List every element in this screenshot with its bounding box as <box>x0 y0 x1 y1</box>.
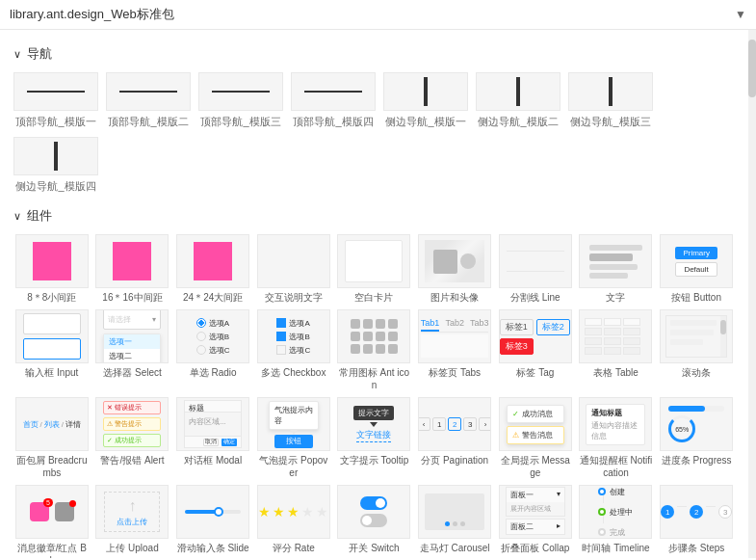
comp-label-notification: 通知提醒框 Notification <box>579 454 652 479</box>
alert-success-icon: ✓成功提示 <box>103 434 161 447</box>
nav-section-header[interactable]: ∨ 导航 <box>13 45 735 63</box>
pop-box-icon: 气泡提示内容 <box>269 401 319 430</box>
comp-pagination[interactable]: ‹ 1 2 3 › 分页 Pagination <box>416 397 493 479</box>
comp-spacing-24[interactable]: 24＊24大间距 <box>174 234 251 304</box>
text-desc-icon <box>290 247 298 277</box>
nav-item-2[interactable]: 顶部导航_模版二 <box>106 72 191 129</box>
collapse-icon: 面板一▾ 展开内容区域 面板二▸ <box>506 487 565 537</box>
comp-tooltip[interactable]: 提示文字 文字链接 文字提示 Tooltip <box>336 397 413 479</box>
table-header-cell-1 <box>585 318 602 326</box>
comp-table[interactable]: 表格 Table <box>578 309 655 391</box>
chk-row-1: 选项A <box>276 318 310 329</box>
comp-divider[interactable]: 分割线 Line <box>497 234 574 304</box>
pink-square-icon <box>113 242 151 280</box>
comp-spacing-16[interactable]: 16＊16中间距 <box>94 234 171 304</box>
comp-rate[interactable]: ★ ★ ★ ★ ★ 评分 Rate <box>255 485 332 558</box>
nav-label-8: 侧边导航_模版四 <box>15 179 95 194</box>
nav-label-4: 顶部导航_模版四 <box>293 115 373 129</box>
icon-dot-7 <box>376 332 385 341</box>
comp-label-badge: 消息徽章/红点 Badge <box>15 542 89 558</box>
comp-text[interactable]: 文字 <box>578 234 655 304</box>
comp-preview-table <box>579 309 652 363</box>
pag-1-icon: 1 <box>432 417 446 431</box>
chk-row-2: 选项B <box>276 332 310 342</box>
comp-timeline[interactable]: 创建 处理中 完成 <box>578 485 655 558</box>
car-dot-1-icon <box>445 521 450 526</box>
icon-dot-2 <box>363 319 373 329</box>
comp-spacing-8[interactable]: 8＊8小间距 <box>13 234 91 304</box>
scrollbar-thumb[interactable] <box>748 40 756 97</box>
nav-item-4[interactable]: 顶部导航_模版四 <box>291 72 376 129</box>
comp-label-select: 选择器 Select <box>95 366 169 379</box>
comp-label-breadcrumb: 面包屑 Breadcrumbs <box>15 454 89 479</box>
icon-dot-9 <box>351 344 360 354</box>
comp-card-blank[interactable]: 空白卡片 <box>336 234 413 304</box>
tag-3-icon: 标签3 <box>500 338 534 355</box>
comp-label-scrollbar: 滚动条 <box>660 366 733 379</box>
comp-modal[interactable]: 标题 内容区域... 取消 确定 对话框 Modal <box>174 397 251 479</box>
table-data-row-2 <box>585 337 646 345</box>
tag-2-icon: 标签2 <box>536 319 570 335</box>
btn-primary-icon: Primary <box>675 247 717 259</box>
scroll-bar-icon <box>720 316 726 357</box>
comp-label-carousel: 走马灯 Carousel <box>418 542 491 554</box>
comp-tag[interactable]: 标签1 标签2 标签3 标签 Tag <box>497 309 574 391</box>
msg-success-icon: ✓成功消息 <box>507 405 564 423</box>
comp-scrollbar[interactable]: 滚动条 <box>658 309 735 391</box>
comp-steps[interactable]: 1 2 3 步骤条 Steps <box>658 485 735 558</box>
table-icon <box>585 318 646 355</box>
nav-item-5[interactable]: 侧边导航_模版一 <box>383 72 468 129</box>
coll-item-2: 面板二▸ <box>506 519 565 535</box>
pop-arrow-icon <box>290 430 298 435</box>
step-1-item: 1 <box>661 505 674 519</box>
comp-carousel[interactable]: 走马灯 Carousel <box>416 485 493 558</box>
nav-label-5: 侧边导航_模版一 <box>385 115 465 129</box>
right-scrollbar[interactable] <box>748 30 756 558</box>
comp-tabs[interactable]: Tab1 Tab2 Tab3 标签页 Tabs <box>416 309 493 391</box>
comp-badge[interactable]: 5 消息徽章/红点 Badge <box>13 485 91 558</box>
upload-icon: ↑ 点击上传 <box>104 492 160 532</box>
dropdown-arrow[interactable]: ▼ <box>735 8 746 21</box>
components-section-header[interactable]: ∨ 组件 <box>13 207 735 225</box>
comp-label-pagination: 分页 Pagination <box>418 454 491 467</box>
car-dot-3-icon <box>460 521 465 526</box>
comp-upload[interactable]: ↑ 点击上传 上传 Upload <box>94 485 171 558</box>
nav-item-3[interactable]: 顶部导航_模版三 <box>198 72 283 129</box>
badge-dot-container <box>55 502 74 521</box>
comp-input[interactable]: 输入框 Input <box>13 309 91 391</box>
comp-icon[interactable]: 常用图标 Ant icon <box>336 309 413 391</box>
comp-message[interactable]: ✓成功消息 ⚠警告消息 全局提示 Message <box>497 397 574 479</box>
comp-label-checkbox: 多选 Checkbox <box>257 366 330 379</box>
comp-preview-spacing-8 <box>15 234 89 288</box>
comp-label-progress: 进度条 Progress <box>660 454 733 467</box>
nav-item-7[interactable]: 侧边导航_模版三 <box>568 72 653 129</box>
comp-preview-spacing-24 <box>176 234 249 288</box>
comp-radio[interactable]: 选项A 选项B 选项C 单选 Radio <box>174 309 251 391</box>
comp-notification[interactable]: 通知标题 通知内容描述信息 通知提醒框 Notification <box>578 397 655 479</box>
comp-popover[interactable]: 气泡提示内容 按钮 气泡提示 Popover <box>255 397 332 479</box>
table-cell-9 <box>623 347 640 355</box>
message-icon: ✓成功消息 ⚠警告消息 <box>505 403 566 446</box>
comp-progress[interactable]: 65% 进度条 Progress <box>658 397 735 479</box>
comp-checkbox[interactable]: 选项A 选项B 选项C 多选 Checkbox <box>255 309 332 391</box>
comp-button[interactable]: Primary Default 按钮 Button <box>658 234 735 304</box>
nav-item-8[interactable]: 侧边导航_模版四 <box>13 137 98 194</box>
tl-dot-1-icon <box>598 488 606 495</box>
tl-text-3-icon: 完成 <box>610 527 625 538</box>
radio-row-3: 选项C <box>196 345 230 356</box>
comp-collapse[interactable]: 面板一▾ 展开内容区域 面板二▸ 折叠面板 Collapse <box>497 485 574 558</box>
comp-text-desc[interactable]: 交互说明文字 <box>255 234 332 304</box>
comp-breadcrumb[interactable]: 首页 / 列表 / 详情 面包屑 Breadcrumbs <box>13 397 91 479</box>
step-conn-2-icon <box>706 506 716 507</box>
comp-switch[interactable]: 开关 Switch <box>336 485 413 558</box>
comp-image[interactable]: 图片和头像 <box>416 234 493 304</box>
nav-item-1[interactable]: 顶部导航_模版一 <box>13 72 98 129</box>
comp-alert[interactable]: ✕错误提示 ⚠警告提示 ✓成功提示 警告/报错 Alert <box>94 397 171 479</box>
comp-label-spacing-16: 16＊16中间距 <box>95 291 169 304</box>
table-cell-5 <box>604 337 621 345</box>
comp-label-alert: 警告/报错 Alert <box>95 454 169 467</box>
comp-slider[interactable]: 滑动输入条 Slider <box>174 485 251 558</box>
alert-icon: ✕错误提示 ⚠警告提示 ✓成功提示 <box>101 399 163 449</box>
nav-item-6[interactable]: 侧边导航_模版二 <box>476 72 560 129</box>
comp-select[interactable]: 请选择▾ 选项一 选项二 选择器 Select <box>94 309 171 391</box>
